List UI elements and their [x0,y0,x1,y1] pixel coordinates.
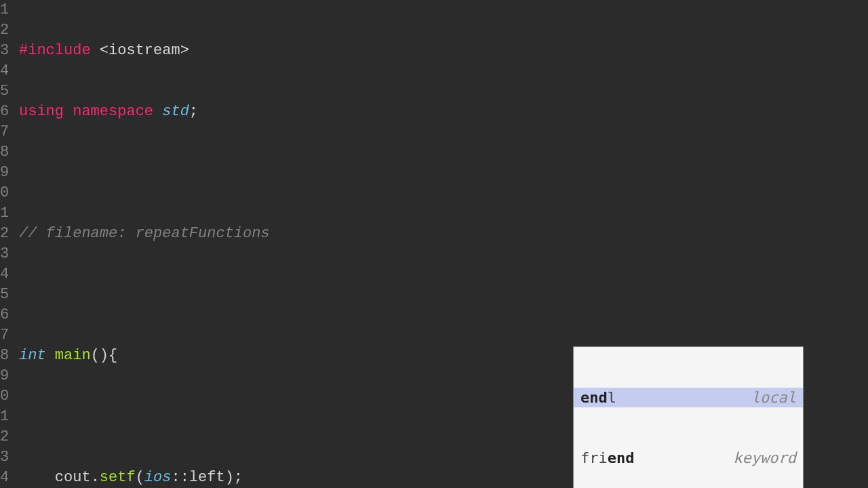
line-number: 9 [0,366,8,386]
code-line-5[interactable] [19,285,868,305]
code-editor[interactable]: 1 2 3 4 5 6 7 8 9 0 1 2 3 4 5 6 7 8 9 0 … [0,0,868,488]
line-number: 3 [0,447,8,468]
line-number: 2 [0,20,8,41]
line-number: 6 [0,102,8,122]
line-number: 0 [0,183,8,203]
line-number: 1 [0,0,8,20]
line-number: 4 [0,61,8,81]
line-number: 4 [0,468,8,488]
line-number: 7 [0,122,8,142]
line-number: 3 [0,244,8,264]
autocomplete-kind: keyword [733,448,796,468]
line-number: 3 [0,41,8,61]
line-number: 5 [0,81,8,102]
code-line-3[interactable] [19,163,868,183]
line-number: 1 [0,203,8,224]
line-number-gutter: 1 2 3 4 5 6 7 8 9 0 1 2 3 4 5 6 7 8 9 0 … [0,0,14,488]
code-line-2[interactable]: using namespace std; [19,102,868,122]
line-number: 9 [0,163,8,183]
line-number: 7 [0,325,8,346]
line-number: 2 [0,224,8,244]
code-line-4[interactable]: // filename: repeatFunctions [19,224,868,244]
autocomplete-popup[interactable]: endl local friend keyword [573,346,804,488]
autocomplete-item-endl[interactable]: endl local [574,388,803,407]
line-number: 1 [0,407,8,427]
line-number: 8 [0,346,8,366]
line-number: 2 [0,427,8,447]
autocomplete-item-friend[interactable]: friend keyword [574,448,803,468]
line-number: 4 [0,264,8,285]
code-area[interactable]: #include <iostream> using namespace std;… [14,0,868,488]
line-number: 6 [0,305,8,325]
code-line-1[interactable]: #include <iostream> [19,41,868,61]
line-number: 5 [0,285,8,305]
line-number: 8 [0,142,8,163]
autocomplete-kind: local [751,388,796,408]
line-number: 0 [0,386,8,407]
